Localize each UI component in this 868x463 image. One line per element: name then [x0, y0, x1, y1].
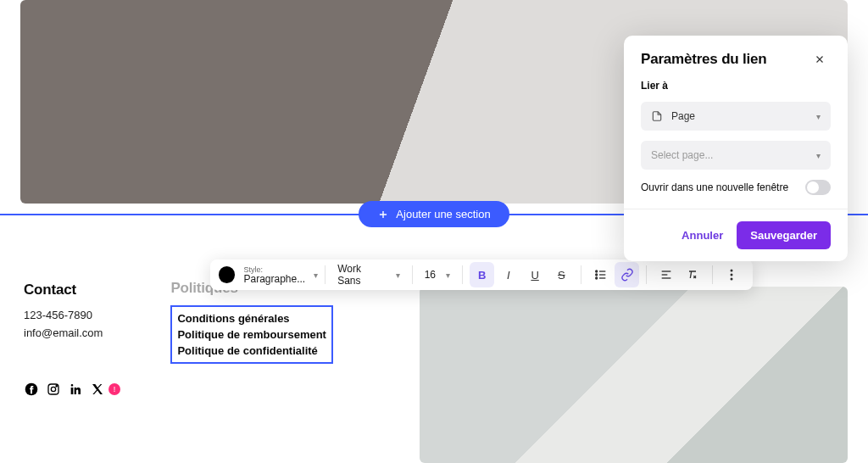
underline-button[interactable]: U	[522, 262, 547, 287]
contact-heading: Contact	[24, 282, 103, 298]
svg-point-13	[731, 270, 733, 272]
plus-icon	[377, 209, 389, 220]
x-twitter-icon[interactable]	[90, 382, 105, 397]
page-select[interactable]: Select page... ▾	[641, 141, 831, 170]
svg-point-4	[595, 271, 597, 272]
svg-point-2	[51, 387, 55, 391]
facebook-icon[interactable]	[24, 382, 39, 397]
svg-point-15	[731, 278, 733, 281]
footer-policies-column: Politiques Conditions générales Politiqu…	[170, 282, 333, 364]
policy-item: Conditions générales	[177, 310, 326, 326]
page-icon	[651, 110, 663, 122]
italic-button[interactable]: I	[496, 262, 520, 287]
separator	[712, 265, 713, 284]
footer-contact-column: Contact 123-456-7890 info@email.com	[24, 282, 103, 364]
contact-phone: 123-456-7890	[24, 309, 103, 321]
more-button[interactable]	[720, 262, 744, 287]
svg-point-6	[595, 274, 597, 276]
policy-item: Politique de remboursement	[177, 326, 326, 343]
font-family-value: Work Sans	[337, 263, 386, 287]
text-format-toolbar: Style: Paragraphe... ▾ Work Sans ▾ 16 ▾ …	[210, 259, 753, 290]
svg-point-8	[595, 277, 597, 279]
font-family-selector[interactable]: Work Sans ▾	[332, 263, 405, 287]
policy-item: Politique de confidentialité	[177, 343, 326, 359]
strikethrough-button[interactable]: S	[549, 262, 574, 287]
instagram-icon[interactable]	[46, 382, 61, 397]
social-icons: !	[24, 382, 120, 397]
new-window-toggle[interactable]	[805, 180, 831, 195]
separator	[325, 265, 326, 284]
page-canvas: Ajouter une section Contact 123-456-7890…	[0, 0, 868, 463]
link-settings-panel: Paramètres du lien Lier à Page ▾ Select …	[624, 36, 848, 261]
linkedin-icon[interactable]	[68, 382, 83, 397]
panel-body: Lier à Page ▾ Select page... ▾ Ouvrir da…	[624, 80, 848, 209]
link-type-select[interactable]: Page ▾	[641, 102, 831, 131]
align-button[interactable]	[654, 262, 678, 287]
style-value: Paragraphe...	[243, 274, 305, 284]
cancel-button[interactable]: Annuler	[682, 221, 723, 249]
link-button[interactable]	[615, 262, 639, 287]
text-color-swatch[interactable]	[219, 266, 235, 283]
panel-title: Paramètres du lien	[641, 51, 767, 68]
separator	[412, 265, 413, 284]
separator	[646, 265, 647, 284]
svg-point-14	[731, 274, 733, 276]
font-size-value: 16	[425, 269, 436, 281]
add-section-button[interactable]: Ajouter une section	[359, 201, 509, 227]
new-window-row: Ouvrir dans une nouvelle fenêtre	[641, 180, 831, 195]
font-size-selector[interactable]: 16 ▾	[420, 269, 455, 281]
close-button[interactable]	[814, 51, 831, 68]
panel-header: Paramètres du lien	[624, 36, 848, 80]
separator	[462, 265, 463, 284]
chevron-down-icon: ▾	[314, 271, 318, 280]
selected-text-block[interactable]: Conditions générales Politique de rembou…	[170, 305, 333, 364]
save-button[interactable]: Sauvegarder	[737, 221, 831, 249]
close-icon	[814, 53, 826, 65]
contact-email: info@email.com	[24, 326, 103, 339]
clear-format-button[interactable]	[681, 262, 705, 287]
separator	[581, 265, 581, 284]
svg-point-3	[56, 386, 57, 387]
chevron-down-icon: ▾	[816, 151, 821, 160]
chevron-down-icon: ▾	[396, 271, 400, 280]
bullet-list-button[interactable]	[588, 262, 613, 287]
add-section-label: Ajouter une section	[396, 208, 490, 220]
panel-footer: Annuler Sauvegarder	[624, 209, 848, 261]
bold-button[interactable]: B	[470, 262, 494, 287]
social-warning-badge: !	[108, 383, 120, 395]
new-window-label: Ouvrir dans une nouvelle fenêtre	[641, 181, 788, 193]
page-select-placeholder: Select page...	[651, 149, 713, 161]
footer: Contact 123-456-7890 info@email.com Poli…	[24, 282, 844, 364]
chevron-down-icon: ▾	[446, 271, 450, 280]
link-to-label: Lier à	[641, 80, 831, 92]
link-type-value: Page	[671, 110, 695, 122]
style-selector[interactable]: Style: Paragraphe...	[243, 266, 305, 284]
chevron-down-icon: ▾	[816, 112, 821, 121]
